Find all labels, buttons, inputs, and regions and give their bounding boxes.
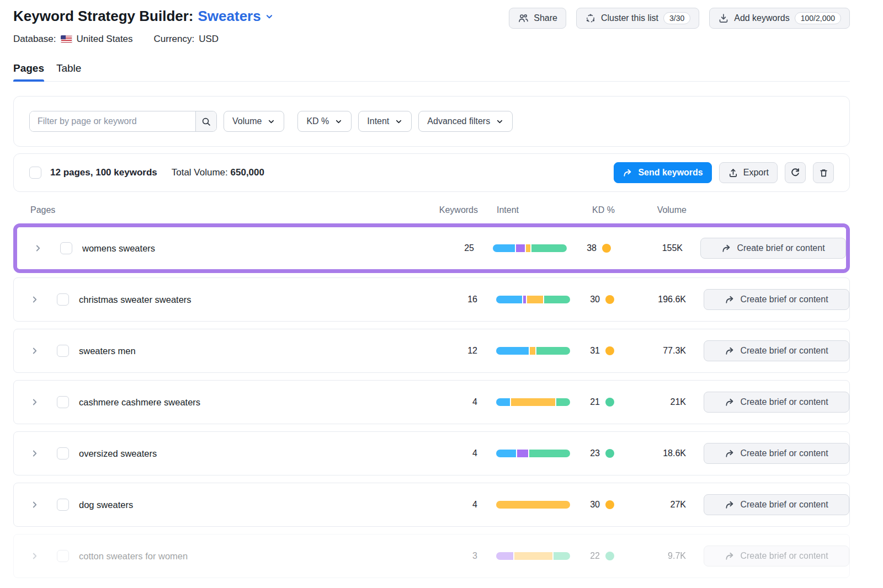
share-button[interactable]: Share	[509, 8, 566, 29]
intent-segment	[493, 244, 515, 252]
intent-segment	[529, 450, 570, 457]
page-name[interactable]: dog sweaters	[79, 500, 428, 510]
row-checkbox[interactable]	[57, 499, 69, 511]
intent-filter-dropdown[interactable]: Intent	[358, 111, 412, 132]
cluster-count-badge: 3/30	[663, 12, 690, 24]
export-label: Export	[743, 168, 769, 178]
currency-label: Currency:	[154, 34, 195, 45]
keywords-count: 16	[428, 295, 477, 304]
page-name[interactable]: oversized sweaters	[79, 448, 428, 459]
page-name[interactable]: womens sweaters	[82, 243, 424, 254]
page-name[interactable]: cashmere cashmere sweaters	[79, 397, 428, 408]
page-name[interactable]: sweaters men	[79, 346, 428, 356]
select-all-checkbox[interactable]	[29, 167, 41, 179]
row-checkbox[interactable]	[57, 345, 69, 357]
create-brief-button[interactable]: Create brief or content	[704, 546, 849, 566]
table-row: cotton sweaters for women 3 22 9.7K Crea…	[13, 534, 850, 578]
create-brief-label: Create brief or content	[740, 448, 828, 458]
keywords-count: 12	[428, 346, 477, 356]
page-header: Keyword Strategy Builder: Sweaters Datab…	[13, 8, 850, 45]
column-pages: Pages	[13, 205, 428, 215]
top-actions: Share Cluster this list 3/30 Add keyword…	[509, 8, 850, 29]
expand-chevron-icon[interactable]	[28, 397, 41, 407]
search-icon	[201, 116, 211, 127]
pages-list: womens sweaters 25 38 155K Create brief …	[13, 221, 850, 578]
intent-segment	[531, 244, 567, 252]
chevron-down-icon	[395, 117, 403, 126]
add-keywords-label: Add keywords	[734, 13, 790, 23]
intent-segment	[496, 450, 516, 457]
create-brief-arrow-icon	[725, 295, 735, 305]
intent-filter-label: Intent	[367, 116, 389, 126]
keywords-count: 3	[428, 551, 477, 561]
table-row: oversized sweaters 4 23 18.6K Create bri…	[13, 431, 850, 475]
intent-segment	[511, 398, 556, 406]
expand-chevron-icon[interactable]	[28, 346, 41, 356]
export-button[interactable]: Export	[719, 162, 778, 183]
row-checkbox[interactable]	[57, 396, 69, 408]
share-label: Share	[534, 13, 557, 23]
keywords-count: 4	[428, 500, 477, 510]
intent-segment	[523, 296, 526, 303]
search-input[interactable]	[30, 111, 195, 131]
expand-chevron-icon[interactable]	[31, 243, 45, 253]
kd-value: 30	[590, 295, 600, 304]
kd-cell: 30	[570, 500, 614, 510]
create-brief-arrow-icon	[721, 243, 732, 254]
kd-dot	[605, 398, 614, 407]
expand-chevron-icon[interactable]	[28, 551, 41, 561]
selection-actions: Send keywords Export	[614, 162, 834, 183]
volume-value: 9.7K	[614, 551, 686, 561]
keywords-count: 4	[428, 397, 477, 407]
create-brief-label: Create brief or content	[740, 295, 828, 304]
kd-filter-dropdown[interactable]: KD %	[297, 111, 352, 132]
intent-segment	[527, 296, 542, 303]
expand-chevron-icon[interactable]	[28, 448, 41, 458]
volume-filter-label: Volume	[232, 116, 262, 126]
create-brief-button[interactable]: Create brief or content	[704, 340, 849, 361]
keywords-count: 4	[428, 448, 477, 458]
create-brief-button[interactable]: Create brief or content	[700, 238, 846, 259]
refresh-icon	[790, 167, 801, 178]
expand-chevron-icon[interactable]	[28, 500, 41, 510]
intent-segment	[530, 347, 535, 355]
add-keywords-button[interactable]: Add keywords 100/2,000	[709, 8, 850, 29]
intent-segment	[544, 296, 570, 303]
create-brief-button[interactable]: Create brief or content	[704, 289, 849, 310]
advanced-filters-label: Advanced filters	[427, 116, 490, 126]
refresh-button[interactable]	[785, 162, 806, 183]
chevron-down-icon	[267, 117, 275, 126]
tab-table[interactable]: Table	[56, 59, 81, 81]
column-intent: Intent	[497, 205, 571, 215]
tab-pages[interactable]: Pages	[13, 59, 44, 81]
row-checkbox[interactable]	[57, 447, 69, 459]
create-brief-button[interactable]: Create brief or content	[704, 443, 849, 464]
database-value: United States	[77, 34, 133, 45]
kd-cell: 22	[570, 551, 614, 561]
chevron-down-icon	[496, 117, 504, 126]
row-checkbox[interactable]	[57, 550, 69, 562]
kd-dot	[602, 244, 611, 253]
row-checkbox[interactable]	[57, 293, 69, 306]
us-flag-icon	[61, 35, 72, 43]
send-keywords-button[interactable]: Send keywords	[614, 162, 711, 183]
selection-summary: 12 pages, 100 keywords	[50, 167, 157, 178]
cluster-list-button[interactable]: Cluster this list 3/30	[576, 8, 699, 29]
create-brief-button[interactable]: Create brief or content	[704, 494, 849, 515]
page-name[interactable]: christmas sweater sweaters	[79, 295, 428, 305]
volume-filter-dropdown[interactable]: Volume	[224, 111, 284, 132]
volume-value: 77.3K	[614, 346, 686, 356]
delete-button[interactable]	[813, 162, 834, 183]
search-button[interactable]	[195, 111, 216, 131]
advanced-filters-dropdown[interactable]: Advanced filters	[418, 111, 513, 132]
kd-dot	[605, 295, 614, 304]
expand-chevron-icon[interactable]	[28, 295, 41, 304]
page-name[interactable]: cotton sweaters for women	[79, 551, 428, 562]
create-brief-label: Create brief or content	[740, 346, 828, 356]
total-volume-value: 650,000	[231, 167, 264, 178]
volume-value: 21K	[614, 397, 686, 407]
create-brief-button[interactable]: Create brief or content	[704, 392, 849, 413]
row-checkbox[interactable]	[60, 242, 72, 254]
list-name-dropdown[interactable]: Sweaters	[198, 8, 274, 25]
chevron-down-icon	[264, 12, 274, 22]
